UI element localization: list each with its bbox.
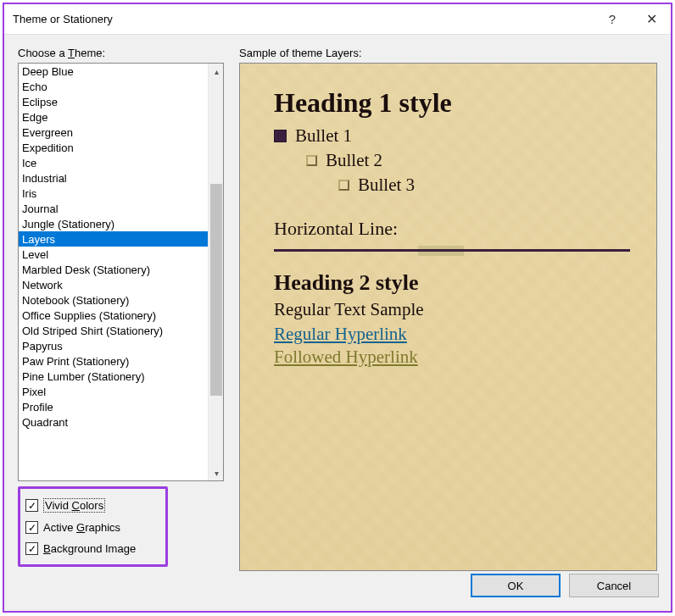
checkbox-background-image[interactable]: ✓ Background Image (25, 538, 160, 559)
theme-list-item[interactable]: Layers (19, 231, 208, 247)
list-item: Bullet 3 (338, 173, 636, 197)
sample-label: Sample of theme Layers: (239, 47, 657, 59)
dialog-footer: OK Cancel (4, 572, 671, 611)
scroll-up-icon[interactable]: ▴ (209, 64, 224, 79)
checkbox-label: Active Graphics (43, 521, 120, 534)
theme-list-item[interactable]: Paw Print (Stationery) (19, 353, 208, 369)
help-button[interactable]: ? (593, 5, 632, 34)
theme-list-item[interactable]: Quadrant (19, 414, 208, 430)
scrollbar[interactable]: ▴ ▾ (208, 64, 223, 480)
theme-list-item[interactable]: Echo (19, 79, 208, 94)
label-part: heme: (75, 47, 105, 59)
label-accel: B (43, 542, 51, 555)
left-panel: Choose a Theme: Deep BlueEchoEclipseEdge… (18, 47, 224, 572)
theme-list-item[interactable]: Eclipse (19, 94, 208, 109)
label-part: ackground Image (51, 542, 136, 555)
theme-list-item[interactable]: Profile (19, 399, 208, 414)
theme-list-item[interactable]: Pixel (19, 384, 208, 399)
theme-list-item[interactable]: Level (19, 247, 208, 262)
checkbox-label: Background Image (43, 542, 136, 555)
checkbox-label: Vivid Colors (43, 498, 105, 513)
theme-list-item[interactable]: Marbled Desk (Stationery) (19, 262, 208, 277)
label-part: Vivid (45, 499, 72, 512)
theme-list-item[interactable]: Jungle (Stationery) (19, 216, 208, 231)
bullet3-icon (338, 180, 349, 191)
bullet-text: Bullet 1 (295, 125, 352, 147)
theme-list-item[interactable]: Edge (19, 109, 208, 125)
theme-stationery-dialog: Theme or Stationery ? ✕ Choose a Theme: … (3, 3, 672, 613)
preview-regular-text: Regular Text Sample (274, 299, 636, 320)
list-item: Bullet 1 (274, 124, 636, 148)
theme-list-item[interactable]: Ice (19, 155, 208, 170)
preview-hline-label: Horizontal Line: (274, 218, 636, 240)
choose-theme-label: Choose a Theme: (18, 47, 224, 59)
bullet2-icon (306, 155, 317, 166)
theme-preview: Heading 1 style Bullet 1 Bullet 2 Bullet… (239, 63, 657, 571)
label-accel: T (68, 47, 75, 59)
label-part: Choose a (18, 47, 68, 59)
label-accel: C (72, 499, 80, 512)
scroll-down-icon[interactable]: ▾ (209, 465, 224, 480)
ok-button[interactable]: OK (471, 574, 561, 597)
preview-followed-hyperlink: Followed Hyperlink (274, 347, 636, 368)
dialog-body: Choose a Theme: Deep BlueEchoEclipseEdge… (4, 35, 671, 572)
label-part: raphics (85, 521, 120, 534)
cancel-button[interactable]: Cancel (569, 574, 659, 597)
theme-list-item[interactable]: Network (19, 277, 208, 292)
checkmark-icon: ✓ (25, 521, 38, 534)
label-part: Active (43, 521, 76, 534)
checkmark-icon: ✓ (25, 542, 38, 555)
close-button[interactable]: ✕ (632, 5, 671, 34)
dialog-title: Theme or Stationery (13, 13, 593, 25)
theme-list-item[interactable]: Notebook (Stationery) (19, 292, 208, 308)
theme-list-item[interactable]: Iris (19, 186, 208, 201)
theme-list-items: Deep BlueEchoEclipseEdgeEvergreenExpedit… (19, 64, 208, 480)
theme-list-item[interactable]: Journal (19, 201, 208, 216)
scroll-thumb[interactable] (210, 184, 222, 396)
preview-regular-hyperlink: Regular Hyperlink (274, 324, 636, 345)
preview-hr (274, 245, 630, 258)
checkbox-vivid-colors[interactable]: ✓ Vivid Colors (25, 494, 160, 517)
label-part: olors (80, 499, 103, 512)
theme-list-item[interactable]: Office Supplies (Stationery) (19, 308, 208, 323)
bullet-text: Bullet 3 (358, 175, 415, 196)
theme-list-item[interactable]: Expedition (19, 140, 208, 155)
theme-list-item[interactable]: Pine Lumber (Stationery) (19, 369, 208, 384)
theme-list-item[interactable]: Papyrus (19, 338, 208, 353)
theme-list-item[interactable]: Deep Blue (19, 64, 208, 79)
preview-heading1: Heading 1 style (274, 87, 636, 119)
right-panel: Sample of theme Layers: Heading 1 style … (239, 47, 657, 572)
theme-list-item[interactable]: Industrial (19, 170, 208, 186)
theme-list-item[interactable]: Old Striped Shirt (Stationery) (19, 323, 208, 338)
label-accel: G (76, 521, 85, 534)
preview-bullet-list: Bullet 1 Bullet 2 Bullet 3 (274, 124, 636, 197)
checkbox-active-graphics[interactable]: ✓ Active Graphics (25, 517, 160, 538)
theme-list-item[interactable]: Evergreen (19, 125, 208, 140)
checkmark-icon: ✓ (25, 499, 38, 512)
list-item: Bullet 2 (306, 148, 636, 173)
checkbox-group: ✓ Vivid Colors ✓ Active Graphics ✓ Backg… (18, 486, 168, 567)
theme-listbox[interactable]: Deep BlueEchoEclipseEdgeEvergreenExpedit… (18, 63, 224, 481)
preview-heading2: Heading 2 style (274, 270, 636, 296)
hr-line (274, 249, 630, 252)
bullet-text: Bullet 2 (326, 150, 382, 171)
bullet1-icon (274, 130, 287, 142)
titlebar: Theme or Stationery ? ✕ (4, 4, 671, 35)
